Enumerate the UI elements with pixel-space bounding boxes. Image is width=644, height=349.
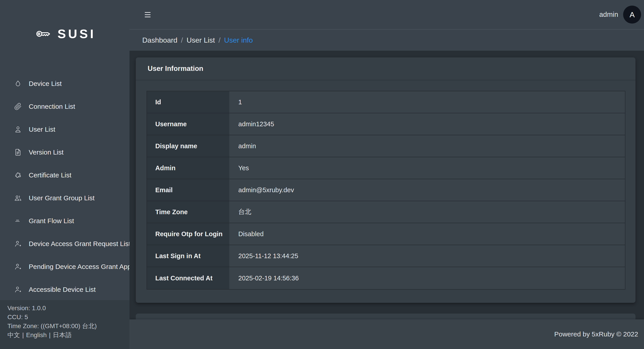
flow-lines-icon: [14, 217, 22, 225]
breadcrumb-user-list[interactable]: User List: [186, 36, 215, 44]
table-row-id: Id 1: [147, 91, 625, 113]
row-label: Username: [147, 113, 229, 135]
language-switcher: 中文|English|日本語: [8, 332, 72, 339]
sidebar-item-label: User Grant Group List: [29, 194, 94, 202]
sidebar-footer: Version: 1.0.0 CCU: 5 Time Zone: ((GMT+0…: [0, 300, 130, 349]
row-value: 台北: [229, 201, 625, 223]
main-content: User Information Id 1 Username admin1234…: [130, 51, 644, 349]
language-link-en[interactable]: English: [26, 332, 47, 339]
row-label: Display name: [147, 135, 229, 157]
username-label: admin: [599, 10, 618, 19]
card-title: User Information: [148, 65, 203, 73]
row-value: Disabled: [229, 223, 625, 245]
powered-by-text: Powered by 5xRuby © 2022: [554, 330, 638, 338]
breadcrumb: Dashboard / User List / User info: [130, 29, 644, 51]
ccu-count: CCU: 5: [8, 313, 127, 322]
card-header: User Information: [136, 57, 636, 80]
breadcrumb-user-info-current: User info: [224, 36, 253, 44]
table-row-username: Username admin12345: [147, 113, 625, 135]
user-info-table: Id 1 Username admin12345 Display name ad…: [146, 91, 626, 290]
user-menu[interactable]: admin A: [599, 5, 641, 23]
sidebar-item-grant-flow-list[interactable]: Grant Flow List: [0, 210, 130, 232]
paperclip-icon: [14, 103, 22, 110]
row-label: Id: [147, 91, 229, 113]
sidebar-item-label: Device List: [29, 80, 62, 87]
sidebar-item-connection-list[interactable]: Connection List: [0, 95, 130, 118]
puzzle-icon: [14, 171, 22, 179]
key-icon: [34, 24, 53, 43]
row-label: Last Connected At: [147, 267, 229, 289]
row-value: admin@5xruby.dev: [229, 179, 625, 201]
document-icon: [14, 148, 22, 156]
table-row-email: Email admin@5xruby.dev: [147, 179, 625, 201]
sidebar: SUSI Device List Connection List User Li…: [0, 0, 130, 349]
sidebar-item-version-list[interactable]: Version List: [0, 141, 130, 164]
row-value: 2025-11-12 13:44:25: [229, 245, 625, 267]
row-value: Yes: [229, 157, 625, 179]
avatar-initial: A: [630, 10, 635, 19]
table-row-last-sign-in: Last Sign in At 2025-11-12 13:44:25: [147, 245, 625, 267]
sidebar-item-label: Accessible Device List: [29, 286, 96, 293]
sidebar-item-label: Certificate List: [29, 171, 71, 179]
user-plus-icon: [14, 240, 22, 248]
language-link-zh[interactable]: 中文: [8, 332, 20, 339]
sidebar-item-device-access-grant-request-list[interactable]: Device Access Grant Request List: [0, 232, 130, 255]
app-version: Version: 1.0.0: [8, 304, 127, 313]
row-label: Admin: [147, 157, 229, 179]
table-row-admin: Admin Yes: [147, 157, 625, 179]
row-label: Time Zone: [147, 201, 229, 223]
row-value: 2025-02-19 14:56:36: [229, 267, 625, 289]
language-link-ja[interactable]: 日本語: [53, 332, 72, 339]
user-icon: [14, 126, 22, 133]
sidebar-item-label: Version List: [29, 148, 64, 156]
page-footer: Powered by 5xRuby © 2022: [130, 319, 644, 349]
user-information-card: User Information Id 1 Username admin1234…: [136, 57, 636, 303]
sidebar-item-label: Grant Flow List: [29, 217, 74, 225]
sidebar-item-user-list[interactable]: User List: [0, 118, 130, 141]
sidebar-item-label: Connection List: [29, 103, 75, 110]
app-logo[interactable]: SUSI: [0, 22, 130, 45]
sidebar-item-pending-device-access-grant-list[interactable]: Pending Device Access Grant Approval Lis…: [0, 255, 130, 278]
table-row-last-connected: Last Connected At 2025-02-19 14:56:36: [147, 267, 625, 289]
table-row-display-name: Display name admin: [147, 135, 625, 157]
sidebar-item-label: User List: [29, 126, 55, 133]
sidebar-item-device-list[interactable]: Device List: [0, 72, 130, 95]
sidebar-item-label: Device Access Grant Request List: [29, 240, 130, 248]
topbar: admin A: [130, 0, 644, 29]
table-row-time-zone: Time Zone 台北: [147, 201, 625, 223]
sidebar-item-user-grant-group-list[interactable]: User Grant Group List: [0, 187, 130, 210]
hamburger-menu-icon[interactable]: [145, 10, 150, 19]
sidebar-menu: Device List Connection List User List Ve…: [0, 72, 130, 301]
language-separator: |: [20, 332, 26, 339]
logo-text: SUSI: [58, 26, 96, 41]
row-value: admin: [229, 135, 625, 157]
language-separator: |: [47, 332, 53, 339]
user-plus-icon: [14, 286, 22, 293]
timezone-info: Time Zone: ((GMT+08:00) 台北): [8, 322, 127, 331]
users-icon: [14, 194, 22, 202]
row-label: Email: [147, 179, 229, 201]
table-row-require-otp: Require Otp for Login Disabled: [147, 223, 625, 245]
droplet-icon: [14, 80, 22, 87]
row-label: Last Sign in At: [147, 245, 229, 267]
row-value: 1: [229, 91, 625, 113]
row-value: admin12345: [229, 113, 625, 135]
sidebar-item-certificate-list[interactable]: Certificate List: [0, 164, 130, 187]
sidebar-item-accessible-device-list[interactable]: Accessible Device List: [0, 278, 130, 301]
row-label: Require Otp for Login: [147, 223, 229, 245]
breadcrumb-separator: /: [215, 36, 224, 44]
avatar[interactable]: A: [623, 5, 641, 23]
user-plus-icon: [14, 263, 22, 271]
sidebar-item-label: Pending Device Access Grant Approval Lis…: [29, 263, 130, 271]
breadcrumb-separator: /: [178, 36, 187, 44]
breadcrumb-dashboard[interactable]: Dashboard: [142, 36, 178, 44]
